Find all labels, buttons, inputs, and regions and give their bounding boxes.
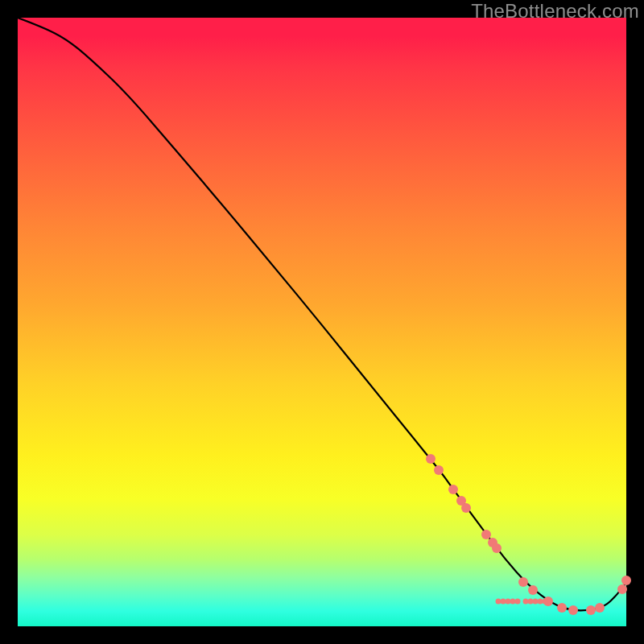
data-marker <box>448 485 458 494</box>
data-marker <box>461 503 471 513</box>
data-marker-small <box>515 599 521 605</box>
data-marker <box>434 465 444 475</box>
data-marker <box>492 543 502 553</box>
data-marker <box>557 603 567 613</box>
data-marker <box>528 585 538 595</box>
chart-stage: TheBottleneck.com <box>0 0 644 644</box>
data-marker <box>568 605 578 615</box>
curve-svg <box>18 18 626 626</box>
data-marker <box>518 577 528 587</box>
data-marker-small <box>542 599 547 605</box>
data-marker <box>595 603 605 613</box>
plot-area <box>18 18 626 626</box>
data-marker <box>426 454 436 464</box>
data-marker <box>617 584 627 594</box>
data-marker <box>621 576 631 585</box>
bottleneck-curve <box>18 18 626 610</box>
